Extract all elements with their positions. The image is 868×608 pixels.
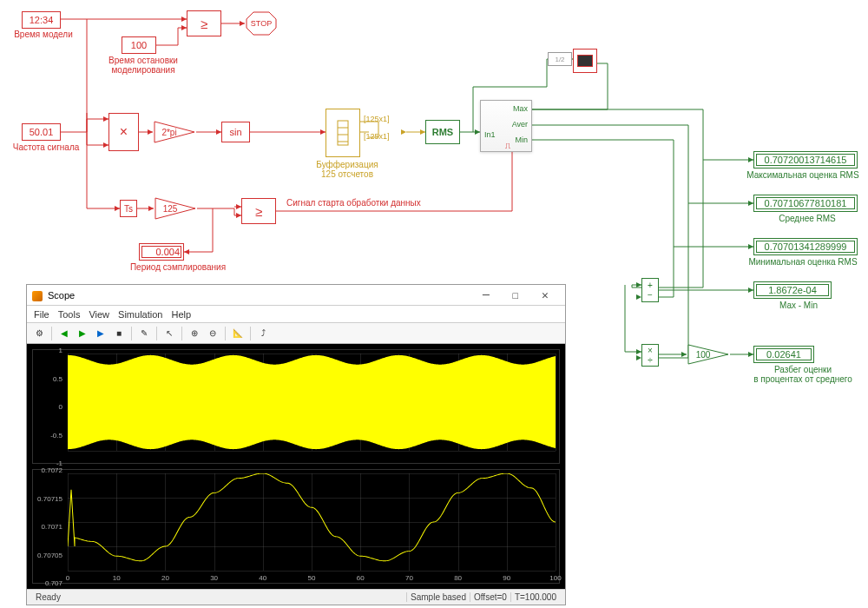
product-block[interactable]: × <box>108 113 139 151</box>
stop-time-block[interactable]: 100 <box>122 36 156 54</box>
svg-marker-12 <box>184 249 189 254</box>
freq-label: Частота сигнала <box>7 142 85 152</box>
toolbar-highlight-icon[interactable]: ✎ <box>136 326 152 341</box>
scope-menubar[interactable]: File Tools View Simulation Help <box>27 306 565 323</box>
scope-toolbar[interactable]: ⚙ ◀ ▶ ▶ ■ ✎ ↖ ⊕ ⊖ 📐 ⤴ <box>27 323 565 344</box>
scope-titlebar[interactable]: Scope ─ ☐ ✕ <box>27 285 565 306</box>
display-min-label: Минимальная оценка RMS <box>738 257 868 267</box>
toolbar-zoom-icon[interactable]: ⊕ <box>187 326 202 341</box>
ts-block[interactable]: Ts <box>120 200 137 217</box>
div-block[interactable]: ×÷ <box>641 344 659 367</box>
compare2-block[interactable]: ≥ <box>241 198 276 224</box>
period-label: Период сэмплирования <box>113 262 243 272</box>
display-diff[interactable]: 1.8672e-04 <box>753 281 832 299</box>
svg-marker-14 <box>401 129 406 135</box>
menu-file[interactable]: File <box>34 309 49 320</box>
toolbar-cursor-icon[interactable]: ↖ <box>161 326 177 341</box>
scope-title: Scope <box>32 290 471 301</box>
display-avg[interactable]: 0.70710677810181 <box>753 195 858 212</box>
status-ready: Ready <box>32 592 64 602</box>
stop-time-label: Время остановки моделирования <box>95 56 191 75</box>
menu-view[interactable]: View <box>89 309 109 320</box>
rms-block[interactable]: RMS <box>425 120 460 144</box>
period-display[interactable]: 0.004 <box>139 243 184 261</box>
display-max[interactable]: 0.70720013714615 <box>753 151 858 169</box>
display-min[interactable]: 0.70701341289999 <box>753 238 858 255</box>
stop-block[interactable]: STOP <box>245 10 278 36</box>
maximize-button[interactable]: ☐ <box>501 287 530 304</box>
scope-plots: 10.50-0.5-1 0.70720.707150.70710.707050.… <box>27 344 565 589</box>
clock-label: Время модели <box>9 30 78 39</box>
toolbar-play-icon[interactable]: ▶ <box>75 326 90 341</box>
toolbar-gear-icon[interactable]: ⚙ <box>31 326 47 341</box>
menu-simulation[interactable]: Simulation <box>118 309 162 320</box>
display-max-label: Максимальная оценка RMS <box>738 170 868 180</box>
buffer-dim2: [125x1] <box>364 132 390 141</box>
status-offset: Offset=0 <box>470 592 510 602</box>
compare1-block[interactable]: ≥ <box>187 10 221 36</box>
clock-block[interactable]: 12:34 <box>22 11 61 29</box>
buffer-block[interactable] <box>326 109 360 157</box>
gain-2pi[interactable]: 2*pi <box>153 120 196 144</box>
toolbar-trigger-icon[interactable]: ⤴ <box>255 326 271 341</box>
freq-block[interactable]: 50.01 <box>22 123 61 141</box>
scope-block[interactable] <box>573 49 597 73</box>
buffer-dim1: [125x1] <box>364 115 390 123</box>
toolbar-next-icon[interactable]: ▶ <box>93 326 108 341</box>
close-button[interactable]: ✕ <box>530 287 560 304</box>
gain-100[interactable]: 100 <box>687 343 730 366</box>
gain-125[interactable]: 125 <box>154 196 197 221</box>
sin-block[interactable]: sin <box>221 122 250 142</box>
menu-tools[interactable]: Tools <box>58 309 81 320</box>
start-signal-label: Сигнал старта обработки данных <box>286 198 512 208</box>
display-pct-label: Разбег оценки в процентах от среднего <box>742 365 864 384</box>
buffer-label: Буфферизация 125 отсчетов <box>304 160 391 179</box>
scope-statusbar: Ready Sample based Offset=0 T=100.000 <box>27 589 565 605</box>
display-diff-label: Max - Min <box>764 301 833 310</box>
minimize-button[interactable]: ─ <box>471 287 501 304</box>
status-time: T=100.000 <box>510 592 560 602</box>
display-avg-label: Среднее RMS <box>764 214 851 223</box>
scope-plot-2[interactable]: 0.70720.707150.70710.707050.707 01020304… <box>32 469 560 584</box>
subsystem-block[interactable]: In1 Max Aver Min ⎍ <box>480 100 532 152</box>
menu-help[interactable]: Help <box>171 309 191 320</box>
display-pct[interactable]: 0.02641 <box>753 346 814 363</box>
toolbar-stop-icon[interactable]: ■ <box>111 326 127 341</box>
toolbar-zoomout-icon[interactable]: ⊖ <box>205 326 220 341</box>
toolbar-measure-icon[interactable]: 📐 <box>230 326 246 341</box>
toolbar-prev-icon[interactable]: ◀ <box>56 326 72 341</box>
status-mode: Sample based <box>406 592 470 602</box>
scope-window[interactable]: Scope ─ ☐ ✕ File Tools View Simulation H… <box>26 284 566 605</box>
sub-block[interactable]: +− <box>641 278 659 302</box>
terminator-block[interactable]: 1/2 <box>548 52 572 66</box>
scope-plot-1[interactable]: 10.50-0.5-1 <box>32 349 560 464</box>
